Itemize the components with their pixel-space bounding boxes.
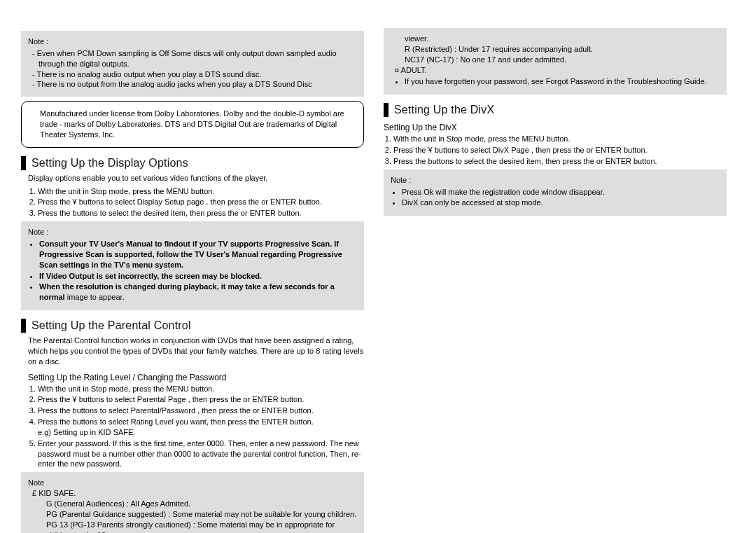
pcm-note-item: There is no analog audio output when you… bbox=[32, 69, 357, 80]
pcm-note-item: There is no output from the analog audio… bbox=[32, 79, 357, 90]
rating-line: G (General Audiences) : All Ages Admited… bbox=[32, 499, 357, 509]
header-bar-icon bbox=[21, 319, 26, 333]
step-item: Press the buttons to select Parental/Pas… bbox=[38, 406, 364, 416]
rating-line: R (Restricted) : Under 17 requires accom… bbox=[391, 44, 720, 55]
note-item: When the resolution is changed during pl… bbox=[39, 282, 357, 303]
ratings-note-box: Note £ KID SAFE. G (General Audiences) :… bbox=[21, 472, 364, 533]
display-note-box: Note : Consult your TV User's Manual to … bbox=[21, 221, 364, 310]
ratings-continued-box: viewer. R (Restricted) : Under 17 requir… bbox=[384, 28, 727, 95]
section-header-display: Setting Up the Display Options bbox=[21, 156, 364, 170]
section-title: Setting Up the Parental Control bbox=[31, 319, 191, 332]
section-title: Setting Up the Display Options bbox=[31, 157, 188, 169]
note-label: Note : bbox=[391, 175, 720, 186]
pcm-note-item: Even when PCM Down sampling is Off Some … bbox=[32, 48, 357, 69]
note-label: Note : bbox=[28, 227, 357, 237]
header-bar-icon bbox=[21, 156, 26, 170]
pcm-note-box: Note : Even when PCM Down sampling is Of… bbox=[21, 31, 364, 97]
divx-steps: With the unit in Stop mode, press the ME… bbox=[384, 134, 727, 167]
note-item: Consult your TV User's Manual to findout… bbox=[39, 239, 357, 270]
rating-line: £ KID SAFE. bbox=[32, 488, 357, 499]
right-column: viewer. R (Restricted) : Under 17 requir… bbox=[384, 28, 727, 533]
step-item: With the unit in Stop mode, press the ME… bbox=[393, 134, 727, 144]
note-label: Note : bbox=[28, 36, 357, 47]
header-bar-icon bbox=[384, 103, 388, 117]
note-item: Press Ok will make the registration code… bbox=[402, 187, 720, 198]
parental-intro: The Parental Control function works in c… bbox=[28, 335, 364, 367]
parental-steps: With the unit in Stop mode, press the ME… bbox=[28, 384, 364, 470]
section-title: Setting Up the DivX bbox=[394, 104, 494, 116]
left-column: Note : Even when PCM Down sampling is Of… bbox=[21, 28, 364, 533]
step-item: Press the buttons to select the desired … bbox=[393, 156, 727, 167]
forgot-password-item: If you have forgotten your password, see… bbox=[405, 76, 720, 87]
note-item: If Video Output is set incorrectly, the … bbox=[39, 271, 357, 282]
parental-subheader: Setting Up the Rating Level / Changing t… bbox=[28, 373, 364, 382]
note-item: DivX can only be accessed at stop mode. bbox=[402, 198, 720, 208]
divx-note-box: Note : Press Ok will make the registrati… bbox=[384, 169, 727, 216]
display-note-list: Consult your TV User's Manual to findout… bbox=[28, 239, 357, 303]
section-header-parental: Setting Up the Parental Control bbox=[21, 319, 364, 333]
pcm-note-list: Even when PCM Down sampling is Off Some … bbox=[28, 48, 357, 90]
step-item: Press the buttons to select Rating Level… bbox=[38, 417, 364, 438]
step-item: Press the ¥ buttons to select Parental P… bbox=[38, 394, 364, 405]
step-item: Press the ¥ buttons to select DivX Page … bbox=[393, 145, 727, 155]
step-item: Enter your password. If this is the firs… bbox=[38, 438, 364, 470]
section-header-divx: Setting Up the DivX bbox=[384, 103, 727, 117]
rating-line: viewer. bbox=[391, 34, 720, 44]
step-item: Press the ¥ buttons to select Display Se… bbox=[38, 197, 364, 207]
rating-line: PG 13 (PG-13 Parents strongly cautioned)… bbox=[32, 520, 357, 533]
rating-line: NC17 (NC-17) : No one 17 and under admit… bbox=[391, 55, 720, 65]
rating-line: ¤ ADULT. bbox=[391, 65, 720, 76]
step-item: With the unit in Stop mode, press the ME… bbox=[38, 186, 364, 197]
note-label: Note bbox=[28, 478, 357, 488]
divx-subheader: Setting Up the DivX bbox=[384, 123, 727, 132]
step-item: Press the buttons to select the desired … bbox=[38, 208, 364, 219]
divx-note-list: Press Ok will make the registration code… bbox=[391, 187, 720, 209]
display-intro: Display options enable you to set variou… bbox=[28, 173, 364, 184]
forgot-password-list: If you have forgotten your password, see… bbox=[391, 76, 720, 87]
display-steps: With the unit in Stop mode, press the ME… bbox=[28, 186, 364, 219]
license-box: Manufactured under license from Dolby La… bbox=[21, 101, 364, 148]
step-item: With the unit in Stop mode, press the ME… bbox=[38, 384, 364, 394]
rating-line: PG (Parental Guidance suggested) : Some … bbox=[32, 509, 357, 520]
license-text: Manufactured under license from Dolby La… bbox=[40, 109, 344, 139]
